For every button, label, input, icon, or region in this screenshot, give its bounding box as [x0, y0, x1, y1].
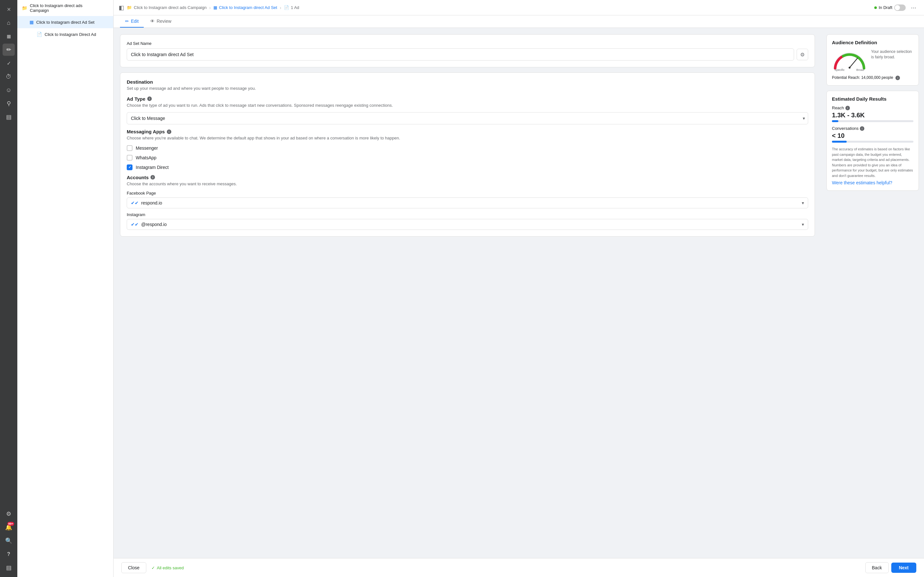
grid-icon-btn[interactable]: ▤ — [3, 111, 15, 123]
potential-reach-info-icon[interactable]: i — [895, 76, 900, 80]
accounts-desc: Choose the accounts where you want to re… — [127, 181, 808, 187]
review-tab-icon: 👁 — [150, 19, 155, 24]
history-icon-btn[interactable]: ⏱ — [3, 71, 15, 83]
destination-group: Destination Set up your message ad and w… — [127, 79, 808, 92]
checkbox-instagram[interactable]: Instagram Direct — [127, 164, 808, 170]
destination-card: Destination Set up your message ad and w… — [120, 73, 815, 237]
instagram-checkbox[interactable] — [127, 164, 132, 170]
checkbox-whatsapp[interactable]: WhatsApp — [127, 155, 808, 161]
edr-conv-label: Conversations i — [832, 126, 913, 131]
nav-adset[interactable]: ▦ Click to Instagram direct Ad Set ··· — [17, 16, 113, 28]
potential-reach-value: 14,000,000 people — [861, 75, 893, 80]
grid-blue-icon: ▦ — [29, 19, 34, 25]
adset-name-card: Ad Set Name ⚙ — [120, 34, 815, 67]
instagram-group: Instagram ✔✔ @respond.io ▾ — [127, 212, 808, 230]
facebook-page-select[interactable]: ✔✔ respond.io ▾ — [127, 197, 808, 208]
adset-gear-button[interactable]: ⚙ — [796, 49, 808, 60]
reach-info-icon[interactable]: i — [845, 106, 850, 110]
help-icon-btn[interactable]: ? — [3, 548, 15, 560]
nav-adset-label: Click to Instagram direct Ad Set — [36, 20, 102, 25]
nav-campaign-label: Click to Instagram direct ads Campaign — [30, 3, 102, 13]
bc-adset[interactable]: ▦ Click to Instagram direct Ad Set — [213, 5, 277, 10]
whatsapp-checkbox[interactable] — [127, 155, 132, 161]
instagram-icon: ✔✔ — [131, 222, 139, 227]
facebook-page-icon: ✔✔ — [131, 200, 139, 205]
next-button[interactable]: Next — [891, 562, 916, 573]
edr-reach-bar — [832, 120, 838, 122]
nav-panel: 📁 Click to Instagram direct ads Campaign… — [17, 0, 113, 577]
edr-help-link[interactable]: Were these estimates helpful? — [832, 180, 892, 185]
settings-icon-btn[interactable]: ⚙ — [3, 508, 15, 520]
accounts-info-icon[interactable]: i — [150, 175, 155, 179]
adtype-title: Ad Type i — [127, 96, 808, 102]
facebook-page-label: Facebook Page — [127, 191, 808, 195]
collapse-button[interactable]: ◧ — [119, 4, 124, 11]
gauge-wrap: Specific Broad Your audience selection i… — [832, 49, 913, 71]
search-top-icon-btn[interactable]: ⚲ — [3, 97, 15, 110]
draft-label: In Draft — [879, 5, 893, 10]
adtype-select[interactable]: Click to Message Sponsored Message — [127, 112, 808, 124]
edr-reach-label: Reach i — [832, 105, 913, 110]
bc-campaign[interactable]: 📁 Click to Instagram direct ads Campaign — [127, 5, 207, 10]
saved-label: All edits saved — [157, 566, 184, 570]
edr-reach-bar-bg — [832, 120, 913, 122]
pencil-icon-btn[interactable]: ✏ — [3, 44, 15, 56]
instagram-select[interactable]: ✔✔ @respond.io ▾ — [127, 219, 808, 230]
conv-info-icon[interactable]: i — [860, 126, 864, 131]
edr-conv-value: < 10 — [832, 132, 913, 139]
grid-bc-icon: ▦ — [213, 5, 217, 10]
potential-reach-label: Potential Reach: — [832, 75, 860, 80]
tab-bar: ✏ Edit 👁 Review — [113, 15, 924, 28]
chart-icon-btn[interactable]: ▦ — [3, 30, 15, 42]
edr-note: The accuracy of estimates is based on fa… — [832, 147, 913, 178]
tab-review[interactable]: 👁 Review — [145, 15, 176, 27]
notifications-icon-btn[interactable]: 🔔 99+ — [3, 521, 15, 533]
estimated-daily-results-card: Estimated Daily Results Reach i 1.3K - 3… — [827, 91, 919, 191]
back-button[interactable]: Back — [865, 562, 889, 573]
bc-ad-label: 1 Ad — [291, 5, 299, 10]
close-sidebar-button[interactable]: ✕ — [3, 3, 15, 15]
adset-name-row: ⚙ — [127, 48, 808, 61]
doc-bc-icon: 📄 — [284, 5, 289, 10]
draft-toggle[interactable] — [894, 5, 906, 11]
main-area: ◧ 📁 Click to Instagram direct ads Campai… — [113, 0, 924, 577]
right-sidebar: Audience Definition Specifi — [821, 28, 924, 558]
draft-indicator: In Draft — [874, 5, 906, 11]
home-icon-btn[interactable]: ⌂ — [3, 17, 15, 29]
notification-badge: 99+ — [7, 522, 14, 526]
accounts-group: Accounts i Choose the accounts where you… — [127, 175, 808, 230]
instagram-label: Instagram — [127, 212, 808, 217]
bc-sep-2: › — [280, 5, 281, 10]
checkbox-messenger[interactable]: Messenger — [127, 145, 808, 151]
adset-name-input[interactable] — [127, 48, 794, 61]
messenger-checkbox[interactable] — [127, 145, 132, 151]
bc-adset-label: Click to Instagram direct Ad Set — [219, 5, 277, 10]
messaging-apps-info-icon[interactable]: i — [167, 129, 171, 134]
adtype-info-icon[interactable]: i — [147, 97, 152, 101]
table-icon-btn[interactable]: ▤ — [3, 562, 15, 574]
audience-gauge: Specific Broad — [832, 49, 867, 71]
draft-dot — [874, 6, 877, 9]
user-icon-btn[interactable]: ☺ — [3, 84, 15, 96]
check-icon-btn[interactable]: ✓ — [3, 57, 15, 69]
potential-reach: Potential Reach: 14,000,000 people i — [832, 75, 913, 80]
edr-conv-bar — [832, 141, 846, 143]
nav-ad-label: Click to Instagram Direct Ad — [45, 32, 102, 37]
nav-ad[interactable]: 📄 Click to Instagram Direct Ad ··· — [17, 28, 113, 40]
search-bottom-icon-btn[interactable]: 🔍 — [3, 535, 15, 547]
close-button[interactable]: Close — [121, 562, 146, 573]
doc-icon: 📄 — [37, 32, 42, 37]
svg-text:Specific: Specific — [835, 68, 845, 71]
edit-tab-icon: ✏ — [125, 19, 129, 24]
nav-campaign[interactable]: 📁 Click to Instagram direct ads Campaign… — [17, 0, 113, 16]
edr-title: Estimated Daily Results — [832, 96, 913, 102]
destination-desc: Set up your message ad and where you wan… — [127, 85, 808, 92]
messaging-apps-desc: Choose where you're available to chat. W… — [127, 135, 808, 141]
messaging-apps-group: Messaging Apps i Choose where you're ava… — [127, 129, 808, 170]
messaging-apps-title: Messaging Apps i — [127, 129, 808, 134]
tab-edit[interactable]: ✏ Edit — [120, 15, 144, 27]
top-bar-more[interactable]: ··· — [908, 3, 919, 13]
adtype-group: Ad Type i Choose the type of ad you want… — [127, 96, 808, 125]
bc-ad[interactable]: 📄 1 Ad — [284, 5, 299, 10]
bottom-bar: Close ✓ All edits saved Back Next — [113, 558, 924, 577]
